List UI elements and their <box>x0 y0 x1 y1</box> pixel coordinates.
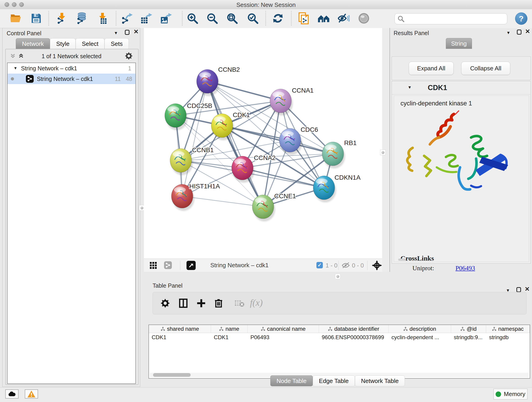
expand-all-button[interactable]: Expand All <box>409 62 454 75</box>
edge[interactable] <box>182 81 207 196</box>
node-shine <box>316 179 328 184</box>
tab-node-table[interactable]: Node Table <box>270 375 313 386</box>
collapse-all-button[interactable]: Collapse All <box>461 62 510 75</box>
control-panel-tabs: NetworkStyleSelectSets <box>16 38 129 49</box>
export-image-icon[interactable] <box>159 12 172 25</box>
zoom-in-icon[interactable] <box>186 12 199 25</box>
network-canvas[interactable]: CCNB2CCNA1CDC25BCDK1CDC6RB1CCNB1CCNA2CDK… <box>144 28 382 259</box>
column-header-label: canonical name <box>267 326 306 332</box>
open-session-icon[interactable] <box>9 12 22 25</box>
node-CCNA2[interactable] <box>232 156 254 183</box>
results-panel: Results Panel ▼ ✕ String Expand All Coll… <box>389 28 532 272</box>
tab-edge-table[interactable]: Edge Table <box>313 375 355 386</box>
right-splitter-handle[interactable] <box>380 150 386 155</box>
export-table-icon[interactable] <box>140 12 152 25</box>
node-CCNE1[interactable] <box>252 195 275 221</box>
add-column-icon[interactable] <box>196 298 206 308</box>
title-bar: Session: New Session <box>0 0 532 9</box>
tab-string[interactable]: String <box>446 38 472 49</box>
node-CDC6[interactable] <box>279 128 302 155</box>
help-icon[interactable]: ? <box>515 12 527 25</box>
tab-select[interactable]: Select <box>76 38 104 49</box>
gear-icon[interactable] <box>125 52 133 60</box>
float-panel-icon[interactable] <box>125 30 129 35</box>
node-shine <box>199 72 211 78</box>
crosslink-link[interactable]: P06493 <box>456 264 475 272</box>
close-panel-icon[interactable]: ✕ <box>525 29 530 34</box>
selected-checkbox-icon[interactable]: ✓ <box>317 262 323 268</box>
table-cell: 9606.ENSP00000378699 <box>319 333 389 342</box>
table-hscroll-thumb[interactable] <box>153 373 191 377</box>
horizontal-splitter-handle[interactable] <box>335 274 341 279</box>
node-CCNA1[interactable] <box>270 89 293 115</box>
import-table-icon[interactable] <box>96 12 109 25</box>
toolbar-separator <box>291 11 292 26</box>
delete-table-icon[interactable] <box>234 300 244 307</box>
table-row[interactable]: CDK1CDK1P064939606.ENSP00000378699cyclin… <box>149 333 530 342</box>
tab-network[interactable]: Network <box>16 38 50 49</box>
tab-sets[interactable]: Sets <box>104 38 129 49</box>
crosslink-label: Uniprot: <box>412 264 434 272</box>
gene-header[interactable]: ▼ CDK1 <box>392 81 530 95</box>
grid-view-icon[interactable] <box>150 262 157 269</box>
hidden-count: 0 - 0 <box>352 262 364 269</box>
search-input[interactable] <box>404 15 501 22</box>
node-CCNB2[interactable] <box>196 70 220 96</box>
memory-button[interactable]: Memory <box>494 389 527 400</box>
status-bar: Memory <box>0 387 532 402</box>
node-CDC25B[interactable] <box>165 104 188 130</box>
warning-button[interactable] <box>25 389 38 399</box>
network-badge-icon[interactable] <box>164 261 172 269</box>
column-header-namespac[interactable]: namespac <box>486 325 530 333</box>
tab-network-table[interactable]: Network Table <box>355 375 405 386</box>
network-graph[interactable]: CCNB2CCNA1CDC25BCDK1CDC6RB1CCNB1CCNA2CDK… <box>144 28 382 259</box>
edge[interactable] <box>182 196 263 207</box>
houses-icon[interactable] <box>317 12 330 25</box>
crosshair-icon[interactable] <box>372 260 382 270</box>
results-hscroll-thumb[interactable] <box>398 259 406 261</box>
column-header-database-identifier[interactable]: database identifier <box>319 325 389 333</box>
float-panel-icon[interactable] <box>516 287 521 292</box>
collapse-arrow-icon[interactable]: ▼ <box>13 66 17 70</box>
refresh-icon[interactable] <box>272 12 284 25</box>
zoom-out-icon[interactable] <box>206 12 219 25</box>
columns-icon[interactable] <box>178 298 188 308</box>
close-panel-icon[interactable]: ✕ <box>133 29 139 34</box>
zoom-fit-icon[interactable] <box>226 12 239 25</box>
column-header-@id[interactable]: @id <box>451 325 486 333</box>
network-row[interactable]: String Network – cdk1 11 48 <box>7 74 135 84</box>
hide-graphics-details-icon[interactable] <box>337 12 350 25</box>
gear-icon[interactable] <box>161 299 170 308</box>
search-box[interactable] <box>394 13 507 24</box>
node-RB1[interactable] <box>322 142 345 168</box>
column-header-name[interactable]: name <box>211 325 248 333</box>
import-network-database-icon[interactable] <box>75 12 88 25</box>
delete-column-icon[interactable] <box>214 298 223 308</box>
export-network-icon[interactable] <box>120 12 133 25</box>
column-header-description[interactable]: description <box>389 325 451 333</box>
network-collection-row[interactable]: ▼ String Network – cdk1 1 <box>7 63 135 74</box>
save-session-icon[interactable] <box>30 12 43 25</box>
float-menu-icon[interactable]: ▼ <box>114 31 118 36</box>
import-network-file-icon[interactable] <box>56 12 68 25</box>
column-type-icon <box>492 327 496 331</box>
column-header-shared-name[interactable]: shared name <box>149 325 211 333</box>
clone-network-icon[interactable] <box>297 12 310 25</box>
tab-style[interactable]: Style <box>50 38 76 49</box>
table-tabs: Node TableEdge TableNetwork Table <box>270 375 405 386</box>
function-builder-icon[interactable]: f(x) <box>250 297 263 308</box>
column-header-canonical-name[interactable]: canonical name <box>248 325 319 333</box>
collection-label: String Network – cdk1 <box>21 65 77 72</box>
network-selection-header: 1 of 1 Network selected <box>9 51 134 61</box>
close-panel-icon[interactable]: ✕ <box>525 287 530 292</box>
zoom-selected-icon[interactable] <box>246 12 259 25</box>
float-menu-icon[interactable]: ▼ <box>506 30 510 35</box>
float-panel-icon[interactable] <box>517 30 521 35</box>
vizmapper-sphere-icon[interactable] <box>357 12 370 25</box>
collapse-arrow-icon[interactable]: ▼ <box>408 85 412 90</box>
node-CDKN1A[interactable] <box>313 176 336 202</box>
toolbar-separator <box>116 11 116 26</box>
cloud-button[interactable] <box>5 389 19 399</box>
node-CDK1[interactable] <box>211 114 234 140</box>
birds-eye-view-icon[interactable] <box>186 261 196 270</box>
